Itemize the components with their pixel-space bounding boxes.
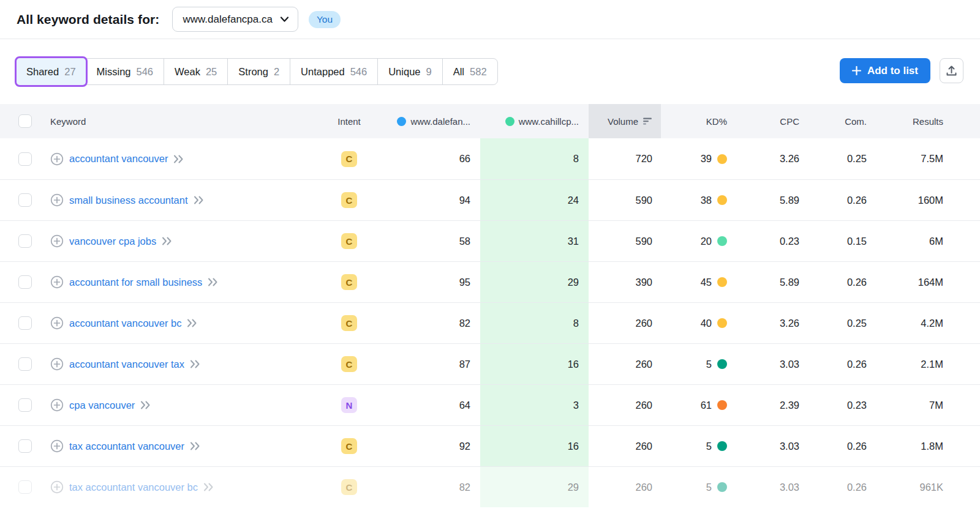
intent-badge[interactable]: C [341,192,357,208]
filter-tab-count: 2 [274,66,279,78]
intent-badge[interactable]: C [341,233,357,249]
table-row: accountant vancouver C 66 8 720 39 3.26 … [0,138,980,179]
intent-badge[interactable]: C [341,356,357,372]
results-cell: 7M [875,385,980,425]
column-header-kd[interactable]: KD% [661,104,739,138]
plus-circle-icon[interactable] [50,439,64,453]
export-button[interactable] [940,58,963,83]
volume-cell: 260 [589,344,661,384]
intent-cell: C [331,438,368,454]
row-checkbox[interactable] [18,152,32,166]
cpc-cell: 3.26 [739,138,808,179]
row-checkbox[interactable] [18,316,32,330]
filter-tab-missing[interactable]: Missing 546 [86,58,164,85]
row-checkbox[interactable] [18,480,32,494]
domain-b-position-cell: 16 [480,426,589,466]
row-checkbox[interactable] [18,398,32,412]
kd-cell: 40 [661,303,739,343]
add-to-list-label: Add to list [867,65,918,77]
row-checkbox[interactable] [18,439,32,453]
double-chevron-right-icon[interactable] [190,442,200,450]
filter-tab-label: Shared [26,66,59,78]
keyword-cell: accountant for small business [44,275,331,289]
keyword-link[interactable]: vancouver cpa jobs [69,236,156,247]
top-bar: All keyword details for: www.dalefancpa.… [0,0,980,39]
column-header-volume[interactable]: Volume [589,104,661,138]
double-chevron-right-icon[interactable] [203,483,214,491]
row-checkbox-cell [0,221,44,261]
keyword-link[interactable]: accountant vancouver [69,153,168,165]
table-row: accountant vancouver tax C 87 16 260 5 3… [0,343,980,384]
keyword-link[interactable]: accountant vancouver bc [69,318,181,329]
page-title: All keyword details for: [17,12,159,27]
filter-tab-unique[interactable]: Unique 9 [377,58,442,85]
column-header-intent[interactable]: Intent [331,116,368,127]
domain-a-position-cell: 58 [368,221,480,261]
keyword-cell: accountant vancouver tax [44,357,331,371]
volume-cell: 590 [589,180,661,220]
column-header-com[interactable]: Com. [808,104,875,138]
double-chevron-right-icon[interactable] [173,155,184,163]
keyword-link[interactable]: accountant for small business [69,277,202,288]
plus-circle-icon[interactable] [50,398,64,412]
intent-badge[interactable]: C [341,315,357,331]
filter-tab-count: 546 [137,66,154,78]
keyword-link[interactable]: tax accountant vancouver bc [69,482,198,493]
select-all-checkbox[interactable] [18,114,32,128]
intent-badge[interactable]: N [341,397,357,413]
double-chevron-right-icon[interactable] [187,319,197,327]
intent-cell: C [331,233,368,249]
filter-tab-all[interactable]: All 582 [442,58,498,85]
column-header-domain-a[interactable]: www.dalefan... [368,104,480,138]
domain-selector-dropdown[interactable]: www.dalefancpa.ca [172,7,298,32]
keyword-link[interactable]: accountant vancouver tax [69,359,184,370]
double-chevron-right-icon[interactable] [194,196,204,204]
intent-badge[interactable]: C [341,274,357,290]
row-checkbox-cell [0,262,44,302]
com-cell: 0.26 [808,180,875,220]
filter-tab-shared[interactable]: Shared 27 [15,56,88,87]
intent-badge[interactable]: C [341,438,357,454]
results-cell: 2.1M [875,344,980,384]
row-checkbox[interactable] [18,193,32,207]
double-chevron-right-icon[interactable] [190,360,200,368]
column-header-cpc[interactable]: CPC [739,104,808,138]
cpc-cell: 3.26 [739,303,808,343]
domain-b-position-cell: 8 [480,138,589,179]
column-header-keyword[interactable]: Keyword [44,116,331,127]
add-to-list-button[interactable]: Add to list [840,58,930,83]
plus-circle-icon[interactable] [50,152,64,166]
filter-tab-weak[interactable]: Weak 25 [164,58,228,85]
row-checkbox-cell [0,138,44,179]
row-checkbox[interactable] [18,275,32,289]
keyword-link[interactable]: small business accountant [69,195,188,206]
double-chevron-right-icon[interactable] [140,401,151,409]
com-cell: 0.25 [808,303,875,343]
difficulty-dot [717,482,727,492]
column-header-results[interactable]: Results [875,104,980,138]
plus-circle-icon[interactable] [50,316,64,330]
keyword-link[interactable]: tax accountant vancouver [69,441,184,452]
table-row: vancouver cpa jobs C 58 31 590 20 0.23 0… [0,220,980,261]
intent-badge[interactable]: C [341,151,357,167]
double-chevron-right-icon[interactable] [208,278,218,286]
keyword-link[interactable]: cpa vancouver [69,400,135,411]
plus-circle-icon[interactable] [50,193,64,207]
intent-badge[interactable]: C [341,479,357,495]
filter-tab-strong[interactable]: Strong 2 [227,58,290,85]
filter-tab-untapped[interactable]: Untapped 546 [290,58,378,85]
results-cell: 160M [875,180,980,220]
com-cell: 0.23 [808,385,875,425]
domain-a-position-cell: 66 [368,138,480,179]
plus-circle-icon[interactable] [50,480,64,494]
action-buttons: Add to list [840,58,963,83]
blue-dot [397,117,406,126]
plus-circle-icon[interactable] [50,275,64,289]
double-chevron-right-icon[interactable] [162,237,172,245]
plus-circle-icon[interactable] [50,234,64,248]
plus-circle-icon[interactable] [50,357,64,371]
row-checkbox[interactable] [18,234,32,248]
domain-b-position-cell: 29 [480,467,589,507]
row-checkbox[interactable] [18,357,32,371]
column-header-domain-b[interactable]: www.cahillcp... [480,104,589,138]
